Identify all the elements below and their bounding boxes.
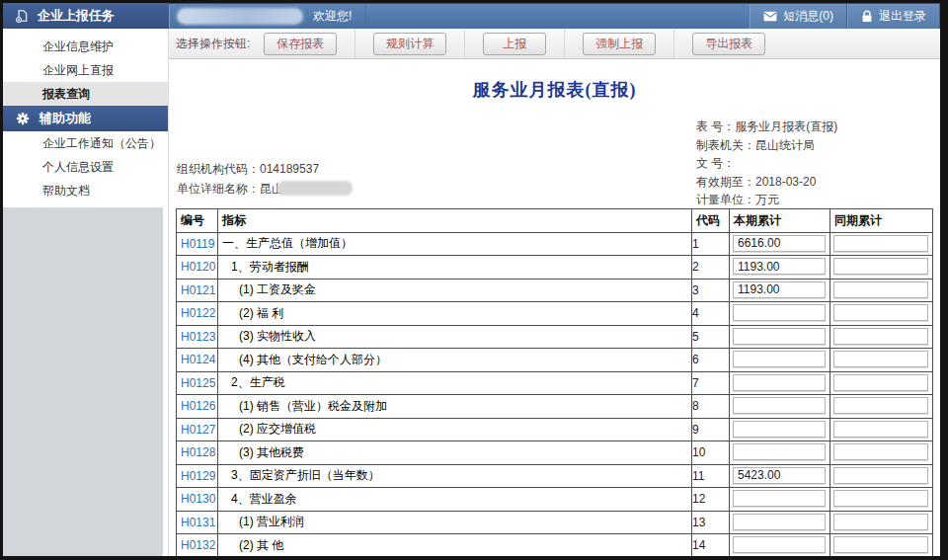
report-title: 服务业月报表(直报)	[176, 78, 933, 102]
top-bar: 企业上报任务 欢迎您! 短消息(0) 退出登录	[3, 3, 940, 29]
current-period-input[interactable]	[733, 304, 826, 321]
table-row: H0123(3) 实物性收入5	[177, 325, 933, 349]
code-cell: 14	[692, 534, 730, 557]
same-period-input[interactable]	[833, 281, 928, 298]
indicator-label: 2、生产税	[218, 375, 285, 389]
toolbar-label: 选择操作按钮:	[176, 36, 250, 52]
same-period-input[interactable]	[833, 536, 928, 553]
header-indicator: 指标	[218, 209, 692, 233]
same-period-input[interactable]	[833, 397, 928, 414]
current-period-input[interactable]	[733, 258, 826, 275]
rule-calc-button[interactable]: 规则计算	[373, 33, 446, 55]
sidebar-item-online-report[interactable]: 企业网上直报	[3, 58, 168, 82]
code-cell: 7	[692, 371, 730, 395]
welcome-text: 欢迎您!	[313, 8, 352, 25]
current-period-input[interactable]	[733, 536, 826, 553]
header-same-period: 同期累计	[830, 209, 933, 233]
main-area: 选择操作按钮: 保存报表 规则计算 上报 强制上报 导出报表 服务业月报表(直报…	[169, 29, 940, 556]
meta-doc-number: 文 号：	[696, 154, 837, 173]
redacted-username	[177, 8, 303, 25]
table-header-row: 编号 指标 代码 本期累计 同期累计	[177, 209, 933, 233]
sidebar-item-report-query[interactable]: 报表查询	[3, 82, 168, 106]
row-id-link[interactable]: H0119	[177, 237, 214, 251]
sidebar-item-personal-settings[interactable]: 个人信息设置	[3, 155, 168, 179]
indicator-label: 3、固定资产折旧（当年数）	[218, 468, 380, 482]
row-id-link[interactable]: H0124	[177, 353, 215, 366]
indicator-label: 4、营业盈余	[218, 492, 297, 506]
same-period-input[interactable]	[833, 490, 928, 507]
sidebar-filler	[3, 207, 163, 556]
current-period-input[interactable]	[733, 490, 826, 507]
force-submit-button[interactable]: 强制上报	[583, 33, 656, 55]
unit-name-line: 单位详细名称：昆山	[177, 179, 353, 199]
report-meta-right: 表 号：服务业月报表(直报) 制表机关：昆山统计局 文 号： 有效期至：2018…	[696, 118, 837, 209]
indicator-label: (1) 销售（营业）税金及附加	[218, 399, 387, 413]
row-id-link[interactable]: H0130	[177, 492, 215, 506]
current-period-input[interactable]	[733, 235, 826, 252]
sidebar: 企业信息维护 企业网上直报 报表查询 辅助功能 企业工作通知（公告） 个人信息设…	[3, 29, 169, 556]
same-period-input[interactable]	[833, 351, 928, 367]
sidebar-item-work-notice[interactable]: 企业工作通知（公告）	[3, 131, 168, 155]
same-period-input[interactable]	[833, 443, 928, 460]
header-id: 编号	[177, 209, 218, 233]
row-id-link[interactable]: H0120	[177, 260, 215, 274]
same-period-input[interactable]	[833, 421, 928, 438]
row-id-link[interactable]: H0123	[177, 330, 215, 344]
row-id-link[interactable]: H0131	[177, 516, 215, 529]
row-id-link[interactable]: H0125	[177, 376, 215, 390]
lock-icon	[861, 10, 873, 23]
table-row: H01304、营业盈余12	[177, 488, 933, 512]
row-id-link[interactable]: H0127	[177, 423, 215, 437]
same-period-input[interactable]	[833, 258, 928, 275]
save-report-button[interactable]: 保存报表	[264, 33, 337, 55]
indicator-label: (2) 应交增值税	[218, 422, 316, 436]
sidebar-item-enterprise-info[interactable]: 企业信息维护	[3, 35, 168, 58]
report-table: 编号 指标 代码 本期累计 同期累计 H0119一、生产总值（增加值）1H012…	[176, 208, 933, 556]
sidebar-item-help-docs[interactable]: 帮助文档	[3, 179, 168, 202]
org-code-line: 组织机构代码：014189537	[177, 159, 353, 179]
same-period-input[interactable]	[833, 467, 928, 484]
row-id-link[interactable]: H0126	[177, 399, 215, 413]
row-id-link[interactable]: H0122	[177, 306, 215, 320]
table-row: H01252、生产税7	[177, 371, 933, 395]
same-period-input[interactable]	[833, 235, 928, 252]
indicator-label: (4) 其他（支付给个人部分）	[218, 353, 387, 366]
same-period-input[interactable]	[833, 328, 928, 345]
current-period-input[interactable]	[733, 467, 826, 484]
same-period-input[interactable]	[833, 304, 928, 321]
nav-section-report-tasks[interactable]: 企业上报任务	[3, 3, 169, 29]
submit-button[interactable]: 上报	[483, 33, 546, 55]
same-period-input[interactable]	[833, 374, 928, 391]
row-id-link[interactable]: H0129	[177, 469, 215, 483]
table-row: H0132(2) 其 他14	[177, 534, 933, 557]
indicator-label: (2) 福 利	[218, 306, 283, 320]
export-report-button[interactable]: 导出报表	[692, 33, 765, 55]
messages-button[interactable]: 短消息(0)	[750, 4, 847, 29]
current-period-input[interactable]	[733, 281, 826, 298]
row-id-link[interactable]: H0132	[177, 538, 215, 552]
table-row: H01201、劳动者报酬2	[177, 256, 933, 280]
current-period-input[interactable]	[733, 514, 826, 530]
toolbar-separator	[673, 29, 674, 59]
code-cell: 4	[692, 302, 730, 326]
current-period-input[interactable]	[733, 421, 826, 438]
row-id-link[interactable]: H0128	[177, 445, 215, 459]
app-window: 企业上报任务 欢迎您! 短消息(0) 退出登录	[3, 3, 940, 556]
meta-issuing-agency: 制表机关：昆山统计局	[696, 136, 837, 155]
document-plus-icon	[15, 9, 29, 23]
indicator-label: 1、劳动者报酬	[218, 260, 309, 274]
current-period-input[interactable]	[733, 328, 826, 345]
logout-label: 退出登录	[879, 8, 926, 25]
logout-button[interactable]: 退出登录	[847, 4, 940, 29]
row-id-link[interactable]: H0121	[177, 283, 215, 297]
sidebar-section-title: 辅助功能	[40, 110, 91, 127]
table-row: H01293、固定资产折旧（当年数）11	[177, 464, 933, 488]
current-period-input[interactable]	[733, 443, 826, 460]
current-period-input[interactable]	[733, 374, 826, 391]
current-period-input[interactable]	[733, 351, 826, 367]
report-content: 服务业月报表(直报) 表 号：服务业月报表(直报) 制表机关：昆山统计局 文 号…	[169, 59, 940, 556]
sidebar-section-aux-functions[interactable]: 辅助功能	[3, 106, 168, 131]
same-period-input[interactable]	[833, 514, 928, 530]
indicator-label: (3) 实物性收入	[218, 329, 316, 343]
current-period-input[interactable]	[733, 397, 826, 414]
